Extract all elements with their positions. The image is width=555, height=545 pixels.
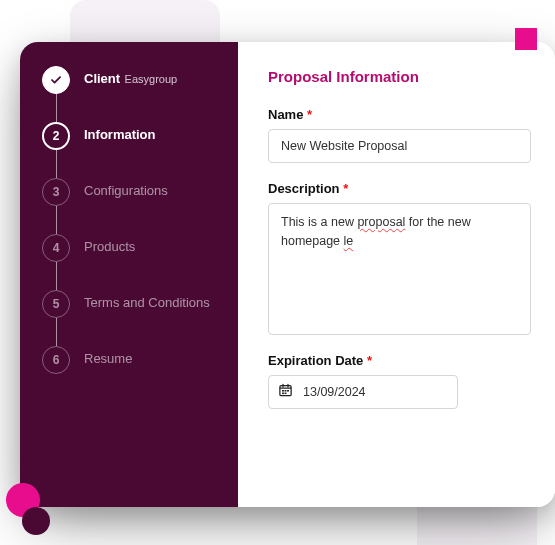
step-number: 2 (42, 122, 70, 150)
date-input-wrap (268, 375, 458, 409)
step-label: Terms and Conditions (84, 295, 210, 310)
decorative-pink-square (515, 28, 537, 50)
label-text: Expiration Date (268, 353, 363, 368)
step-number: 4 (42, 234, 70, 262)
calendar-icon (278, 383, 293, 402)
step-label: Resume (84, 351, 132, 366)
step-connector (56, 206, 57, 234)
required-mark: * (343, 181, 348, 196)
required-mark: * (367, 353, 372, 368)
name-input[interactable] (268, 129, 531, 163)
wizard-content: Proposal Information Name * Description … (238, 42, 555, 507)
wizard-steps: Client Easygroup 2 Information 3 Configu… (42, 66, 216, 374)
step-label: Products (84, 239, 135, 254)
step-number: 6 (42, 346, 70, 374)
wizard-step-information[interactable]: 2 Information (42, 122, 216, 178)
description-field: Description * This is a new proposal for… (268, 181, 531, 335)
step-connector (56, 318, 57, 346)
wizard-step-resume[interactable]: 6 Resume (42, 346, 216, 374)
svg-rect-3 (287, 390, 289, 392)
label-text: Description (268, 181, 340, 196)
svg-rect-4 (282, 393, 284, 395)
step-connector (56, 150, 57, 178)
step-connector (56, 94, 57, 122)
step-number: 3 (42, 178, 70, 206)
expiration-field: Expiration Date * (268, 353, 531, 409)
svg-rect-1 (282, 390, 284, 392)
description-input[interactable]: This is a new proposal for the new homep… (268, 203, 531, 335)
wizard-step-client[interactable]: Client Easygroup (42, 66, 216, 122)
name-label: Name * (268, 107, 531, 122)
step-sublabel: Easygroup (125, 73, 178, 85)
description-label: Description * (268, 181, 531, 196)
proposal-wizard-card: Client Easygroup 2 Information 3 Configu… (20, 42, 555, 507)
section-title: Proposal Information (268, 68, 531, 85)
step-label: Information (84, 127, 156, 142)
decorative-plum-circle (22, 507, 50, 535)
svg-rect-2 (285, 390, 287, 392)
check-icon (42, 66, 70, 94)
required-mark: * (307, 107, 312, 122)
wizard-sidebar: Client Easygroup 2 Information 3 Configu… (20, 42, 238, 507)
expiration-date-input[interactable] (268, 375, 458, 409)
step-number: 5 (42, 290, 70, 318)
step-connector (56, 262, 57, 290)
label-text: Name (268, 107, 303, 122)
name-field: Name * (268, 107, 531, 163)
wizard-step-products[interactable]: 4 Products (42, 234, 216, 290)
wizard-step-terms[interactable]: 5 Terms and Conditions (42, 290, 216, 346)
expiration-label: Expiration Date * (268, 353, 531, 368)
step-label: Configurations (84, 183, 168, 198)
wizard-step-configurations[interactable]: 3 Configurations (42, 178, 216, 234)
step-label: Client (84, 71, 120, 86)
svg-rect-5 (285, 393, 287, 395)
